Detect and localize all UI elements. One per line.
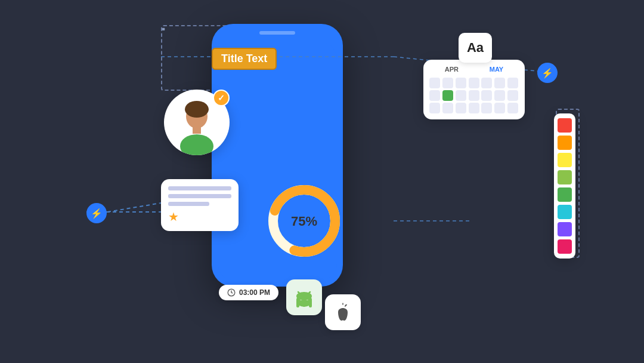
svg-line-1 (107, 203, 161, 212)
color-swatch-pink[interactable] (558, 239, 572, 254)
calendar-cell (481, 103, 492, 113)
card-line-1 (168, 186, 231, 190)
color-swatch-red[interactable] (558, 118, 572, 133)
title-text-label[interactable]: Title Text (212, 48, 277, 70)
color-swatch-light-green[interactable] (558, 170, 572, 184)
calendar-cell (481, 90, 492, 101)
calendar-cell-active (442, 90, 453, 101)
avatar-person-svg (170, 99, 224, 155)
donut-chart-container: 75% (262, 179, 346, 265)
calendar-month-may: MAY (490, 66, 503, 73)
card-line-2 (168, 194, 231, 198)
card-star-icon: ★ (168, 210, 231, 224)
donut-percent-label: 75% (291, 214, 317, 229)
calendar-cell (442, 103, 453, 113)
calendar-header: APR MAY (429, 66, 519, 73)
svg-point-6 (185, 101, 209, 118)
color-swatch-purple[interactable] (558, 222, 572, 236)
apple-svg (333, 302, 352, 323)
time-badge: 03:00 PM (219, 285, 278, 300)
calendar-cell (494, 78, 505, 88)
calendar-cell (469, 90, 479, 101)
color-palette (554, 113, 575, 259)
card-widget: ★ (161, 179, 239, 231)
svg-point-20 (296, 292, 312, 300)
color-swatch-yellow[interactable] (558, 153, 572, 167)
calendar-cell (469, 103, 479, 113)
calendar-cell (456, 90, 466, 101)
calendar-cell (507, 78, 518, 88)
clock-icon (227, 288, 236, 297)
android-svg (293, 287, 315, 308)
calendar-month-apr: APR (445, 66, 459, 73)
typography-icon: Aa (459, 33, 492, 63)
time-badge-text: 03:00 PM (239, 288, 270, 297)
donut-chart-svg: 75% (262, 179, 346, 263)
calendar-cell (442, 78, 453, 88)
calendar-cell (429, 103, 440, 113)
calendar-cell (494, 90, 505, 101)
lightning-right-icon: ⚡ (537, 63, 558, 83)
calendar-cell (429, 90, 440, 101)
svg-rect-8 (193, 127, 201, 134)
calendar-cell (429, 78, 440, 88)
android-icon (286, 279, 322, 315)
color-swatch-green[interactable] (558, 187, 572, 202)
calendar-cell (494, 103, 505, 113)
color-swatch-cyan[interactable] (558, 205, 572, 219)
avatar-checkmark: ✓ (213, 90, 230, 106)
calendar-grid (429, 78, 519, 113)
avatar-figure: ✓ (164, 90, 230, 155)
svg-rect-19 (309, 302, 312, 307)
calendar-cell (456, 78, 466, 88)
card-line-3 (168, 202, 209, 206)
svg-rect-18 (296, 302, 299, 307)
svg-point-7 (180, 134, 213, 155)
lightning-left-icon: ⚡ (86, 203, 107, 223)
calendar-cell (481, 78, 492, 88)
apple-icon (325, 294, 361, 330)
calendar-cell (469, 78, 479, 88)
calendar-cell (507, 103, 518, 113)
calendar-cell (456, 103, 466, 113)
calendar-widget: APR MAY (423, 60, 525, 119)
calendar-cell (507, 90, 518, 101)
color-swatch-orange[interactable] (558, 136, 572, 150)
